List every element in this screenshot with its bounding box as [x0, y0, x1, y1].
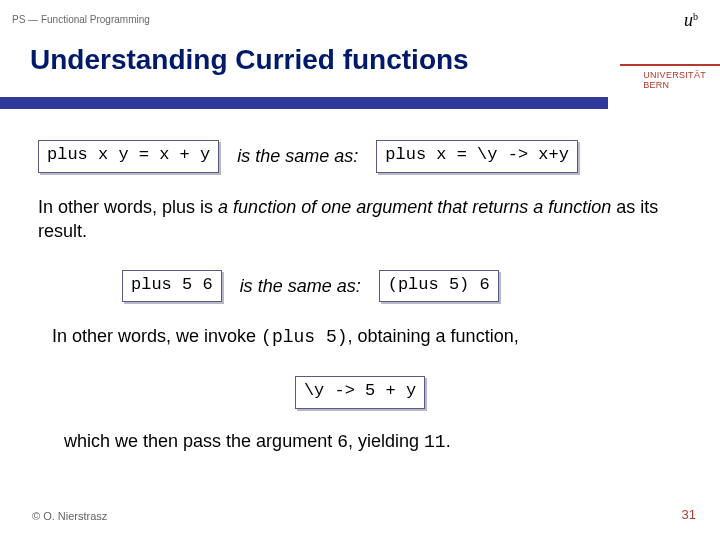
p2-mono: (plus 5) — [261, 327, 347, 347]
explanation-2: In other words, we invoke (plus 5), obta… — [52, 324, 682, 349]
logo-divider — [620, 64, 720, 66]
logo-u-letter: u — [684, 10, 693, 30]
slide-header: PS — Functional Programming Understandin… — [0, 0, 720, 110]
p3-mono2: 11 — [424, 432, 446, 452]
university-logo: ub UNIVERSITÄT BERN — [608, 0, 720, 110]
code-box-lambda-y: plus x = \y -> x+y — [376, 140, 578, 173]
explanation-1: In other words, plus is a function of on… — [38, 195, 682, 244]
code-box-plus-xy: plus x y = x + y — [38, 140, 219, 173]
p2-post: , obtaining a function, — [348, 326, 519, 346]
slide-body: plus x y = x + y is the same as: plus x … — [0, 110, 720, 454]
slide-title: Understanding Curried functions — [30, 44, 469, 76]
header-divider — [0, 97, 608, 109]
logo-uni-line2: BERN — [643, 80, 706, 90]
footer-copyright: © O. Nierstrasz — [32, 510, 107, 522]
p1-ital: a function of one argument that returns … — [218, 197, 611, 217]
same-as-label-2: is the same as: — [240, 274, 361, 298]
logo-uni-line1: UNIVERSITÄT — [643, 70, 706, 80]
explanation-3: which we then pass the argument 6, yield… — [64, 429, 682, 454]
p2-pre: In other words, we invoke — [52, 326, 261, 346]
p1-pre: In other words, plus is — [38, 197, 218, 217]
code-box-lambda-5y: \y -> 5 + y — [295, 376, 425, 409]
equivalence-row-2: plus 5 6 is the same as: (plus 5) 6 — [122, 270, 682, 303]
lambda-result-row: \y -> 5 + y — [38, 376, 682, 409]
p3-mono1: 6 — [337, 432, 348, 452]
equivalence-row-1: plus x y = x + y is the same as: plus x … — [38, 140, 682, 173]
code-box-plus5-applied: (plus 5) 6 — [379, 270, 499, 303]
p3-pre: which we then pass the argument — [64, 431, 337, 451]
logo-b-letter: b — [693, 11, 698, 22]
p3-mid: , yielding — [348, 431, 424, 451]
logo-university-text: UNIVERSITÄT BERN — [643, 70, 706, 91]
code-box-plus-5-6: plus 5 6 — [122, 270, 222, 303]
course-label: PS — Functional Programming — [12, 14, 150, 25]
logo-ub: ub — [684, 10, 698, 31]
p3-post: . — [446, 431, 451, 451]
same-as-label-1: is the same as: — [237, 144, 358, 168]
footer-page-number: 31 — [682, 507, 696, 522]
